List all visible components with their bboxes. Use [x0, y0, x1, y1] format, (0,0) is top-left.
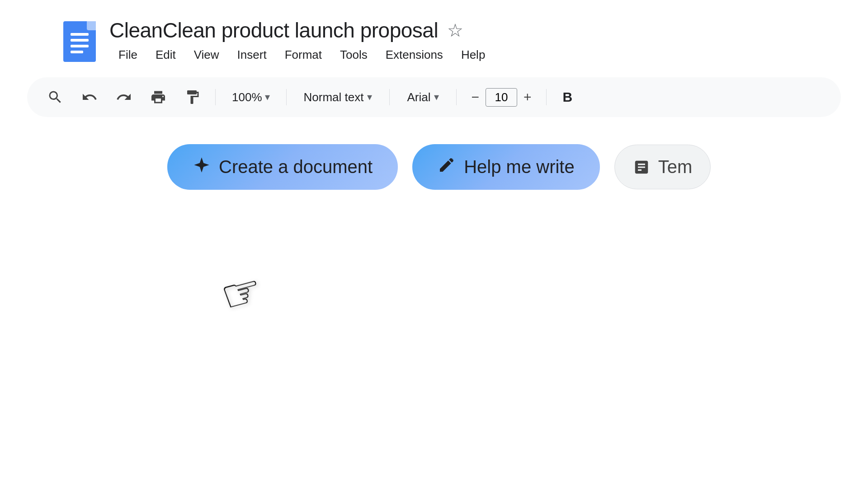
zoom-dropdown[interactable]: 100% ▾ — [226, 88, 275, 107]
font-size-decrease-button[interactable]: − — [467, 88, 483, 107]
zoom-value: 100% — [232, 90, 262, 104]
menu-item-edit[interactable]: Edit — [146, 45, 185, 65]
create-document-label: Create a document — [219, 157, 373, 177]
toolbar-separator-1 — [215, 89, 216, 105]
undo-button[interactable] — [78, 85, 101, 109]
style-chevron-icon: ▾ — [367, 91, 372, 103]
template-button[interactable]: Tem — [614, 145, 711, 189]
font-dropdown[interactable]: Arial ▾ — [401, 88, 445, 107]
style-value: Normal text — [304, 90, 364, 104]
menu-bar: File Edit View Insert Format Tools Exten… — [109, 45, 494, 65]
menu-item-format[interactable]: Format — [276, 45, 331, 65]
font-value: Arial — [407, 90, 430, 104]
toolbar-separator-4 — [456, 89, 457, 105]
hand-pointer-icon: ☞ — [215, 262, 268, 324]
document-title: CleanClean product launch proposal — [109, 18, 438, 42]
font-chevron-icon: ▾ — [434, 91, 439, 103]
sparkle-create-icon — [193, 156, 211, 178]
help-me-write-button[interactable]: Help me write — [412, 144, 600, 190]
menu-item-tools[interactable]: Tools — [331, 45, 377, 65]
font-size-value[interactable]: 10 — [486, 88, 517, 107]
toolbar-separator-5 — [546, 89, 547, 105]
toolbar-separator-2 — [286, 89, 287, 105]
create-document-button[interactable]: Create a document — [167, 144, 398, 190]
bold-icon: B — [563, 89, 573, 104]
search-button[interactable] — [43, 85, 67, 109]
search-icon — [47, 89, 63, 105]
sparkle-write-icon — [438, 156, 456, 178]
toolbar-separator-3 — [389, 89, 390, 105]
print-button[interactable] — [146, 85, 170, 109]
template-label: Tem — [658, 157, 693, 177]
redo-button[interactable] — [112, 85, 136, 109]
bookmark-icon[interactable]: ☆ — [447, 20, 463, 41]
font-size-control: − 10 + — [467, 88, 535, 107]
menu-item-file[interactable]: File — [109, 45, 146, 65]
paint-format-icon — [184, 89, 201, 105]
cursor-indicator: ☞ — [222, 267, 262, 319]
pencil-sparkle-icon — [438, 156, 456, 174]
help-me-write-label: Help me write — [464, 157, 575, 177]
title-section: CleanClean product launch proposal ☆ Fil… — [109, 18, 494, 65]
undo-icon — [81, 89, 98, 105]
menu-item-extensions[interactable]: Extensions — [377, 45, 452, 65]
menu-item-view[interactable]: View — [185, 45, 228, 65]
template-icon — [633, 159, 650, 176]
menu-item-insert[interactable]: Insert — [228, 45, 276, 65]
ai-buttons-area: Create a document Help me write Tem — [0, 144, 868, 190]
font-size-increase-button[interactable]: + — [520, 88, 535, 107]
bold-button[interactable]: B — [557, 87, 578, 108]
toolbar: 100% ▾ Normal text ▾ Arial ▾ − 10 + B — [27, 77, 841, 117]
paint-format-button[interactable] — [181, 85, 204, 109]
star-sparkle-icon — [193, 156, 211, 174]
menu-item-help[interactable]: Help — [452, 45, 494, 65]
style-dropdown[interactable]: Normal text ▾ — [297, 88, 379, 107]
print-icon — [150, 89, 166, 105]
docs-app-icon — [63, 21, 96, 62]
app-header: CleanClean product launch proposal ☆ Fil… — [0, 0, 868, 65]
redo-icon — [116, 89, 132, 105]
zoom-chevron-icon: ▾ — [265, 91, 270, 103]
